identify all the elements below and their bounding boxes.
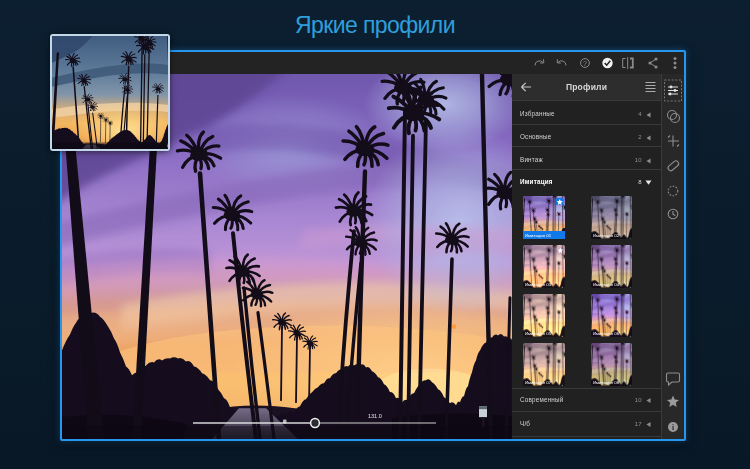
svg-text:i: i xyxy=(672,423,674,432)
svg-text:131.0: 131.0 xyxy=(368,413,382,419)
svg-text:?: ? xyxy=(583,60,587,67)
